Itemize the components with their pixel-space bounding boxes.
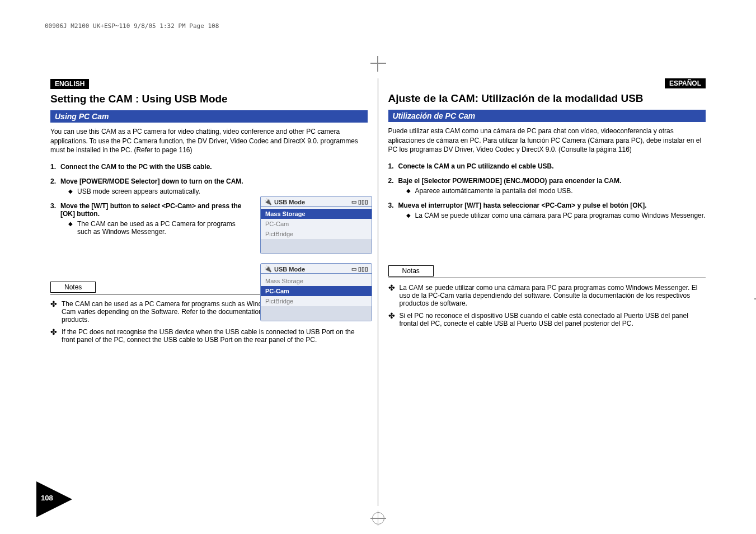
step-text: Mueva el interruptor [W/T] hasta selecci… [398,202,647,209]
step-number: 3. [50,202,56,236]
note-item: Si el PC no reconoce el dispositivo USB … [388,312,706,327]
steps-spanish: 1. Conecte la CAM a un PC utilizando el … [388,162,706,219]
note-item: La CAM se puede utilizar como una cámara… [388,284,706,307]
screenshot-row: PC-Cam [261,219,372,229]
step-item: 1. Conecte la CAM a un PC utilizando el … [388,162,706,170]
step-text: Move the [W/T] button to select <PC-Cam>… [60,202,241,218]
notes-label-english: Notes [50,282,96,293]
usb-icon: 🔌 [264,198,272,205]
divider [261,206,372,207]
step-text: Conecte la CAM a un PC utilizando el cab… [398,162,554,170]
step-number: 1. [388,162,394,170]
battery-icon: ▭ ▯▯▯ [351,266,368,272]
screenshot-row: PictBridge [261,296,372,306]
intro-english: You can use this CAM as a PC camera for … [50,127,368,155]
step-text: Baje el [Selector POWER/MODE] (ENC./MODO… [398,177,622,185]
step-text: Move [POWER/MODE Selector] down to turn … [60,177,243,185]
column-spanish: ESPAÑOL Ajuste de la CAM: Utilización de… [378,78,706,506]
screenshot-row-selected: PC-Cam [261,286,372,296]
step-number: 2. [388,177,394,195]
crop-mark-top [370,56,386,72]
step-number: 1. [50,163,56,171]
step-text: Connect the CAM to the PC with the USB c… [60,163,212,171]
lang-tag-english: ENGLISH [50,79,89,89]
header-line: 00906J M2100 UK+ESP~110 9/8/05 1:32 PM P… [45,22,219,30]
title-english: Setting the CAM : Using USB Mode [50,92,368,106]
page-number-badge: 108 [36,481,72,517]
screenshot-row-selected: Mass Storage [261,209,372,219]
screenshot-badge: 3 [260,264,261,271]
screenshot-title: USB Mode [274,199,305,205]
device-screenshot: 3 🔌 USB Mode ▭ ▯▯▯ Mass Storage PC-Cam P… [260,263,372,321]
step-bullet: La CAM se puede utilizar como una cámara… [406,212,706,219]
step-item: 2. Move [POWER/MODE Selector] down to tu… [50,177,245,195]
section-bar-english: Using PC Cam [50,110,368,123]
divider [388,278,706,278]
intro-spanish: Puede utilizar esta CAM como una cámara … [388,127,706,154]
device-screenshot: 2 🔌 USB Mode ▭ ▯▯▯ Mass Storage PC-Cam P… [260,196,372,254]
crop-mark-bottom [370,510,386,526]
step-item: 2. Baje el [Selector POWER/MODE] (ENC./M… [388,177,706,195]
divider [261,273,372,274]
screenshot-title: USB Mode [274,266,305,273]
step-item: 3. Move the [W/T] button to select <PC-C… [50,202,245,236]
usb-icon: 🔌 [264,265,272,273]
title-spanish: Ajuste de la CAM: Utilización de la moda… [388,92,706,105]
notes-label-spanish: Notas [388,265,434,277]
screenshot-title-row: 🔌 USB Mode ▭ ▯▯▯ [261,264,372,273]
screenshot-row: PictBridge [261,229,372,239]
screenshot-badge: 2 [260,196,261,204]
step-item: 1. Connect the CAM to the PC with the US… [50,163,245,171]
step-number: 3. [388,202,394,219]
battery-icon: ▭ ▯▯▯ [351,199,368,205]
section-bar-spanish: Utilización de PC Cam [388,110,706,122]
lang-tag-spanish: ESPAÑOL [665,78,706,88]
step-number: 2. [50,177,56,195]
step-bullet: The CAM can be used as a PC Camera for p… [68,220,244,236]
device-screenshot-group: 2 🔌 USB Mode ▭ ▯▯▯ Mass Storage PC-Cam P… [260,196,372,321]
screenshot-title-row: 🔌 USB Mode ▭ ▯▯▯ [261,196,372,206]
screenshot-row: Mass Storage [261,276,372,286]
step-item: 3. Mueva el interruptor [W/T] hasta sele… [388,202,706,219]
step-bullet: USB mode screen appears automatically. [68,188,244,195]
note-item: If the PC does not recognise the USB dev… [50,328,368,344]
step-bullet: Aparece automáticamente la pantalla del … [406,187,706,195]
